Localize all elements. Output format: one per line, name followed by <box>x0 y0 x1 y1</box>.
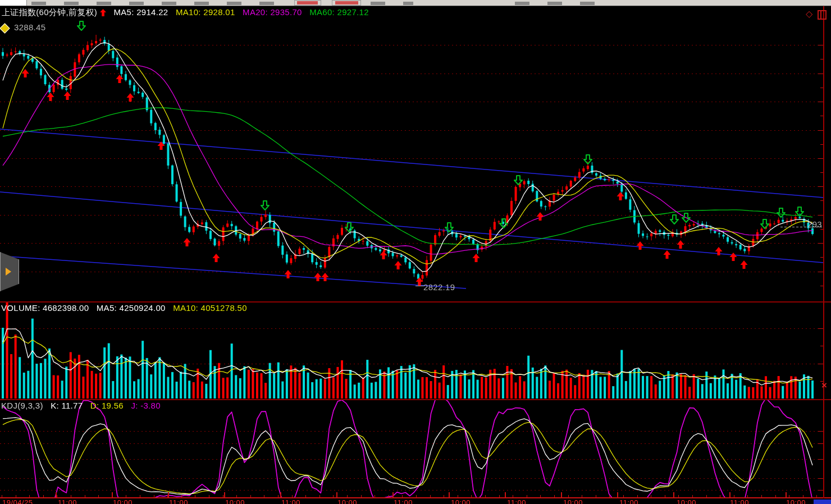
ma20-readout: MA20: 2935.70 <box>243 7 302 17</box>
ma60-readout: MA60: 2927.12 <box>309 7 369 17</box>
chart-title: 上证指数(60分钟,前复权) <box>2 7 97 17</box>
high-price-label: 3288.45 <box>14 22 45 32</box>
toolbar-strip <box>0 0 831 6</box>
kdj-j-readout: J: -3.80 <box>131 401 160 410</box>
ma5-readout: MA5: 2914.22 <box>114 7 168 17</box>
time-axis-label: 19/04/25 <box>2 498 33 504</box>
time-axis-label: 11:00 <box>169 498 188 504</box>
volume-ma10-readout: MA10: 4051278.50 <box>173 303 247 313</box>
volume-readout: VOLUME: 4682398.00 <box>1 303 89 313</box>
toolbar-input[interactable] <box>0 0 27 6</box>
ma10-readout: MA10: 2928.01 <box>176 7 235 17</box>
time-axis-label: 11:00 <box>619 498 638 504</box>
toolbar-menu-items-3[interactable] <box>515 2 599 5</box>
time-axis: 19/04/2511:0010:0011:0010:0011:0010:0011… <box>0 498 831 504</box>
time-axis-label: 10:00 <box>225 498 245 504</box>
time-axis-label: 11:00 <box>507 498 526 504</box>
volume-header: VOLUME: 4682398.00 MA5: 4250924.00 MA10:… <box>1 303 252 313</box>
last-price-label: 293 <box>807 219 822 229</box>
kdj-k-readout: K: 11.77 <box>51 401 83 410</box>
low-price-label: 2822.19 <box>423 282 455 292</box>
chart-canvas[interactable] <box>0 0 831 504</box>
scrollbar-corner <box>814 500 831 504</box>
time-axis-label: 11:00 <box>58 498 77 504</box>
time-axis-label: 11:00 <box>394 498 413 504</box>
buy-signal-up-arrow-icon <box>100 9 106 16</box>
volume-ma5-readout: MA5: 4250924.00 <box>97 303 166 313</box>
time-axis-label: 10:00 <box>337 498 357 504</box>
toolbar-quote-red-text-1 <box>297 1 318 4</box>
toolbar-menu-items-2[interactable] <box>371 2 413 5</box>
kdj-name: KDJ(9,3,3) <box>1 401 43 410</box>
toolbar-menu-items[interactable] <box>31 2 285 5</box>
window-restore-icon[interactable] <box>818 10 827 20</box>
time-axis-label: 10:00 <box>786 498 806 504</box>
toolbar-quote-red-text-2 <box>335 1 358 4</box>
kdj-d-readout: D: 19.56 <box>90 401 124 410</box>
main-chart-header: 上证指数(60分钟,前复权) MA5: 2914.22 MA10: 2928.0… <box>2 7 374 18</box>
diamond-marker-icon[interactable]: ◇ <box>806 8 812 19</box>
time-axis-label: 10:00 <box>563 498 583 504</box>
expand-right-triangle-icon <box>6 268 11 276</box>
time-axis-label: 10:00 <box>451 498 471 504</box>
trading-terminal: 上证指数(60分钟,前复权) MA5: 2914.22 MA10: 2928.0… <box>0 0 831 504</box>
time-axis-label: 11:00 <box>730 498 749 504</box>
panel-close-icon[interactable]: × <box>821 381 827 390</box>
time-axis-label: 10:00 <box>677 498 696 504</box>
time-axis-label: 11:00 <box>281 498 300 504</box>
kdj-header: KDJ(9,3,3) K: 11.77 D: 19.56 J: -3.80 <box>1 401 166 410</box>
time-axis-label: 10:00 <box>113 498 133 504</box>
